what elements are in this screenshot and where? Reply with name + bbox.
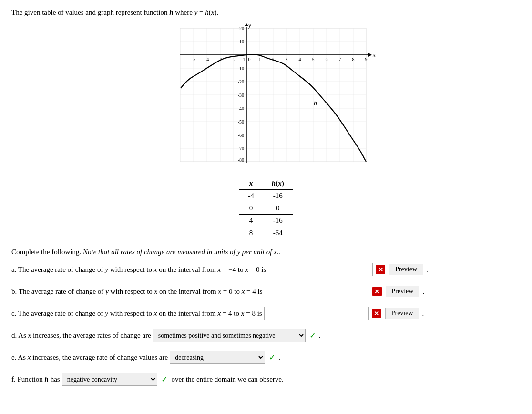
table-cell-hx: -16 [263,190,293,202]
svg-text:20: 20 [239,26,244,31]
q-a-period: . [426,266,428,274]
svg-text:-1: -1 [241,57,245,62]
q-c-period: . [422,310,424,318]
intro-text: The given table of values and graph repr… [11,9,521,17]
h-curve-label: h [314,100,317,107]
q-f-label: f. Function h has [11,375,60,383]
svg-text:5: 5 [312,57,315,62]
q-e-period: . [278,353,280,362]
svg-text:3: 3 [286,57,288,62]
q-b-label: b. The average rate of change of y with … [11,288,263,296]
x-axis-label: x [372,51,376,58]
graph-svg: x y -5 -4 -3 -2 -1 0 1 2 3 4 5 6 7 8 9 1… [152,23,380,171]
question-f-row: f. Function h has negative concavity pos… [11,373,521,386]
col-header-x: x [239,177,263,190]
q-a-label: a. The average rate of change of y with … [11,266,266,274]
svg-text:7: 7 [339,57,341,62]
y-axis-label: y [247,23,251,29]
q-c-input[interactable] [264,307,369,320]
svg-text:8: 8 [352,57,355,62]
h-var: h [169,9,173,16]
q-a-preview-button[interactable]: Preview [389,264,423,275]
q-b-input[interactable] [265,285,369,298]
q-e-select[interactable]: decreasing increasing constant [170,351,265,364]
q-b-period: . [422,288,424,296]
q-f-check-icon: ✓ [161,374,168,384]
svg-text:4: 4 [299,57,301,62]
q-e-label: e. As x increases, the average rate of c… [11,353,168,362]
svg-text:-40: -40 [238,106,244,111]
q-e-check-icon: ✓ [269,352,276,362]
svg-text:1: 1 [259,57,261,62]
svg-text:-30: -30 [238,93,244,98]
svg-text:10: 10 [239,39,244,44]
q-a-input[interactable] [268,263,373,276]
q-c-label: c. The average rate of change of y with … [11,310,262,318]
svg-text:-50: -50 [238,119,244,124]
svg-text:-70: -70 [238,146,244,151]
table-cell-x: -4 [239,190,263,202]
table-row: 4-16 [239,215,293,227]
svg-marker-28 [368,53,372,57]
question-e-row: e. As x increases, the average rate of c… [11,351,521,364]
table-cell-hx: 0 [263,202,293,215]
q-d-period: . [319,331,321,340]
svg-marker-29 [245,23,248,26]
q-b-preview-button[interactable]: Preview [386,286,420,297]
svg-text:0: 0 [248,57,251,62]
q-f-select[interactable]: negative concavity positive concavity no… [62,373,157,386]
table-cell-x: 4 [239,215,263,227]
q-c-preview-button[interactable]: Preview [385,308,419,319]
q-d-label: d. As x increases, the average rates of … [11,331,151,340]
equation: y [194,9,198,16]
table-row: 8-64 [239,227,293,239]
svg-text:-20: -20 [238,79,244,84]
instructions-text: Complete the following. Note that all ra… [11,248,521,256]
svg-text:9: 9 [365,57,368,62]
col-header-hx: h(x) [263,177,293,190]
svg-text:6: 6 [326,57,328,62]
svg-text:-4: -4 [205,57,209,62]
q-d-check-icon: ✓ [309,331,316,341]
question-b-row: b. The average rate of change of y with … [11,285,521,298]
q-f-text3: over the entire domain we can observe. [170,375,284,383]
table-cell-hx: -16 [263,215,293,227]
values-table: x h(x) -4-16004-168-64 [239,177,293,239]
question-d-row: d. As x increases, the average rates of … [11,329,521,342]
question-c-row: c. The average rate of change of y with … [11,307,521,320]
q-b-clear-button[interactable]: ✕ [372,287,382,296]
svg-text:-5: -5 [192,57,195,62]
q-a-clear-button[interactable]: ✕ [376,265,385,274]
svg-text:-10: -10 [238,66,244,71]
table-row: 00 [239,202,293,215]
svg-text:-2: -2 [232,57,235,62]
table-row: -4-16 [239,190,293,202]
values-table-container: x h(x) -4-16004-168-64 [11,177,521,239]
svg-text:-60: -60 [238,133,244,138]
table-cell-x: 8 [239,227,263,239]
question-a-row: a. The average rate of change of y with … [11,263,521,276]
table-cell-x: 0 [239,202,263,215]
table-cell-hx: -64 [263,227,293,239]
equation2: h [205,9,209,16]
q-c-clear-button[interactable]: ✕ [372,309,381,318]
graph-area: x y -5 -4 -3 -2 -1 0 1 2 3 4 5 6 7 8 9 1… [11,23,521,171]
q-d-select[interactable]: sometimes positive and sometimes negativ… [153,329,306,342]
svg-text:-80: -80 [238,157,244,163]
equation3: x [211,9,215,16]
